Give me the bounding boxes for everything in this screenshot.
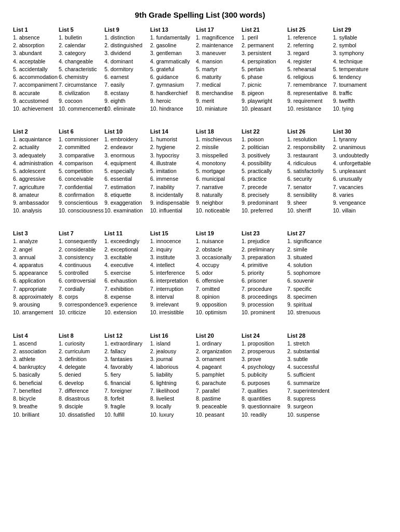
list-item: 2. gasoline — [150, 42, 193, 49]
list-item: 8. specimen — [287, 293, 330, 301]
list-title-0: List 1 — [13, 26, 56, 33]
list-item: 3. category — [59, 49, 101, 57]
list-item: 7. qualities — [242, 387, 284, 395]
list-item: 8. expense — [104, 293, 147, 301]
list-title-6: List 25 — [287, 26, 330, 33]
list-item: 6. practice — [242, 175, 284, 183]
list-title-6: List 26 — [287, 128, 330, 135]
list-block-list-27: List 271. significance2. simile3. situat… — [287, 230, 333, 316]
list-item: 9. breathe — [13, 403, 56, 410]
list-item: 1. reference — [287, 34, 330, 42]
list-block-list-8: List 81. curiosity2. curriculum3. defini… — [59, 332, 104, 419]
list-item: 5. pamphlet — [196, 371, 238, 379]
list-item: 1. ascend — [13, 340, 56, 348]
list-item: 7. picnic — [242, 81, 284, 89]
list-block-list-15: List 151. innocence2. inquiry3. institut… — [150, 230, 196, 316]
list-item: 6. tendency — [333, 73, 376, 81]
list-item: 6. summarize — [287, 379, 330, 387]
list-title-1: List 5 — [59, 26, 101, 33]
list-title-1: List 8 — [59, 332, 101, 339]
list-item: 2. jealousy — [150, 348, 193, 355]
section-spacer — [13, 328, 387, 332]
list-item: 7. benefited — [13, 387, 56, 395]
list-title-4: List 18 — [196, 128, 238, 135]
list-block-list-2: List 21. acquaintance2. actuality3. adeq… — [13, 128, 59, 215]
list-item: 5. sufficient — [287, 371, 330, 379]
list-item: 7. agriculture — [13, 183, 56, 191]
list-item: 6. prisoner — [242, 277, 284, 285]
list-item: 1. innocence — [150, 237, 193, 245]
list-item: 10. prominent — [242, 309, 284, 316]
list-item: 2. considerable — [59, 246, 101, 254]
list-item: 4. technique — [333, 58, 376, 65]
list-item: 3. dividend — [104, 49, 147, 57]
list-item: 1. island — [150, 340, 193, 348]
list-item: 6. aggressive — [13, 175, 56, 183]
list-item: 8. suppress — [287, 395, 330, 403]
list-item: 2. simile — [287, 246, 330, 254]
list-item: 2. obstacle — [196, 246, 238, 254]
list-item: 10. strenuous — [287, 309, 330, 316]
list-item: 6. municipal — [196, 175, 238, 183]
list-item: 1. acquaintance — [13, 136, 56, 143]
list-block-list-24: List 241. proposition2. prosperous3. pro… — [242, 332, 287, 419]
list-item: 6. purposes — [242, 379, 284, 387]
list-item: 1. prejudice — [242, 237, 284, 245]
list-item: 6. religious — [287, 73, 330, 81]
list-item: 4. favorably — [104, 363, 147, 371]
list-item: 4. continuous — [59, 261, 101, 269]
list-item: 8. disastrous — [59, 395, 101, 403]
list-item: 3. subtle — [287, 355, 330, 363]
list-item: 3. journal — [150, 355, 193, 363]
list-item: 1. tyranny — [333, 136, 376, 143]
list-item: 10. fulfill — [104, 411, 147, 419]
list-item: 5. denied — [59, 371, 101, 379]
list-item: 3. excitable — [104, 254, 147, 261]
list-item: 8. bicycle — [13, 395, 56, 403]
list-item: 9. spiritual — [287, 301, 330, 309]
list-item: 7. cordially — [59, 285, 101, 293]
list-item: 1. syllable — [333, 34, 376, 42]
list-item: 10. achievement — [13, 105, 56, 113]
section-spacer — [13, 124, 387, 128]
list-item: 9. playwright — [242, 97, 284, 105]
list-item: 6. application — [13, 277, 56, 285]
list-item: 4. comparison — [59, 159, 101, 167]
list-item: 2. actuality — [13, 143, 56, 151]
list-item: 10. hindrance — [150, 105, 193, 113]
list-item: 5. controlled — [59, 269, 101, 277]
list-item: 6. develop — [59, 379, 101, 387]
list-item: 2. exceptional — [104, 246, 147, 254]
list-block-list-23: List 231. prejudice2. preliminary3. prep… — [242, 230, 287, 316]
list-item: 6. maturity — [196, 73, 238, 81]
list-item: 3. consistency — [59, 254, 101, 261]
list-item: 6. earnest — [104, 73, 147, 81]
list-block-list-10: List 101. embroidery2. endeavor3. enormo… — [104, 128, 150, 215]
list-item: 4. delegate — [59, 363, 101, 371]
list-item: 1. mischievous — [196, 136, 238, 143]
list-item: 4. solution — [287, 261, 330, 269]
list-title-2: List 9 — [104, 26, 147, 33]
list-block-list-18: List 181. mischievous2. missile3. misspe… — [196, 128, 242, 215]
list-item: 10. dissatisfied — [59, 411, 101, 419]
list-item: 1. fundamentally — [150, 34, 193, 42]
list-item: 9. ambassador — [13, 199, 56, 207]
list-item: 7. tournament — [333, 81, 376, 89]
list-item: 2. angel — [13, 246, 56, 254]
list-title-0: List 4 — [13, 332, 56, 339]
list-item: 1. humorist — [150, 136, 193, 143]
list-block-list-30: List 301. tyranny2. unanimous3. undoubte… — [333, 128, 379, 215]
list-block-list-14: List 141. humorist2. hygiene3. hypocrisy… — [150, 128, 196, 215]
list-item: 9. disciple — [59, 403, 101, 410]
list-item: 3. abundant — [13, 49, 56, 57]
list-item: 2. preliminary — [242, 246, 284, 254]
list-item: 3. fantasies — [104, 355, 147, 363]
list-item: 1. poison — [242, 136, 284, 143]
list-item: 7. easily — [104, 81, 147, 89]
list-item: 5. liability — [150, 371, 193, 379]
list-item: 4. equipment — [104, 159, 147, 167]
list-block-list-5: List 51. bulletin2. calendar3. category4… — [59, 26, 104, 113]
list-item: 1. consequently — [59, 237, 101, 245]
list-item: 5. satisfactorily — [287, 167, 330, 175]
list-item: 2. maintenance — [196, 42, 238, 49]
